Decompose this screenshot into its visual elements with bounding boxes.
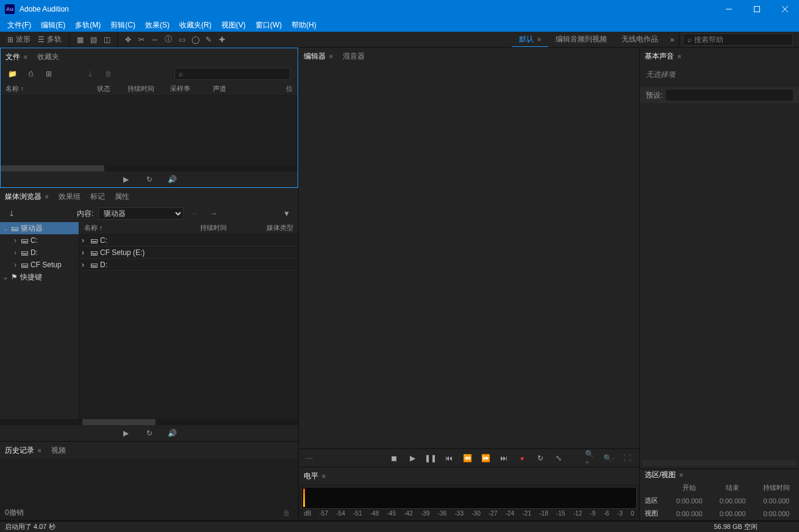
tab-effects-rack[interactable]: 效果组 [59, 192, 81, 202]
pause-button[interactable]: ❚❚ [425, 453, 436, 464]
tab-editor[interactable]: 编辑器≡ [304, 51, 333, 62]
zoom-full-icon[interactable]: ⛶ [622, 453, 632, 464]
media-header-duration[interactable]: 持续时间 [200, 223, 255, 232]
media-header-name[interactable]: 名称 ↑ [84, 223, 200, 232]
sel-start[interactable]: 0:00.000 [668, 495, 711, 506]
workspace-default[interactable]: 默认≡ [512, 32, 548, 47]
sel-end[interactable]: 0:00.000 [712, 495, 754, 506]
heal-icon[interactable]: ✚ [217, 35, 227, 45]
view-dur[interactable]: 0:00.000 [755, 508, 798, 519]
menu-file[interactable]: 文件(F) [2, 19, 36, 32]
back-icon[interactable]: ← [190, 209, 200, 218]
stop-button[interactable]: ◼ [389, 453, 400, 464]
loop-button[interactable]: ↻ [535, 453, 546, 464]
go-end-button[interactable]: ⏭ [498, 453, 509, 464]
rewind-button[interactable]: ⏪ [462, 453, 473, 464]
files-search[interactable]: ⌕ [174, 68, 290, 80]
tree-item-drives[interactable]: ⌄🖴驱动器 [0, 222, 79, 234]
razor-tool-icon[interactable]: ✂ [137, 35, 146, 45]
waveform-view-button[interactable]: ⊞波形 [4, 33, 34, 46]
move-tool-icon[interactable]: ✥ [123, 35, 133, 45]
go-start-button[interactable]: ⏮ [443, 453, 454, 464]
list-item[interactable]: ›🖴CF Setup (E:) [79, 246, 298, 259]
delete-icon[interactable]: 🗑 [104, 69, 113, 79]
workspace-audio-video[interactable]: 编辑音频到视频 [548, 32, 614, 47]
tab-video[interactable]: 视频 [51, 445, 66, 456]
tree-item-shortcuts[interactable]: ⌄⚑快捷键 [0, 271, 79, 283]
files-header-samplerate[interactable]: 采样率 [170, 84, 213, 93]
open-file-icon[interactable]: 📁 [7, 69, 17, 79]
files-header-status[interactable]: 状态 [97, 84, 127, 93]
autoplay-icon[interactable]: 🔊 [168, 174, 177, 184]
sel-dur[interactable]: 0:00.000 [755, 495, 798, 506]
multitrack-view-button[interactable]: ☰多轨 [34, 33, 65, 46]
tree-item-cf[interactable]: ›🖴CF Setup [0, 259, 79, 271]
editor-canvas[interactable] [299, 65, 639, 448]
menu-effects[interactable]: 效果(S) [140, 19, 174, 32]
content-select[interactable]: 驱动器 [98, 207, 184, 220]
files-header-channels[interactable]: 声道 [213, 84, 249, 93]
workspace-overflow-icon[interactable]: » [667, 35, 677, 45]
tab-mixer[interactable]: 混音器 [343, 51, 365, 62]
workspace-radio[interactable]: 无线电作品 [614, 32, 665, 47]
files-header-name[interactable]: 名称 ↑ [5, 84, 97, 93]
menu-window[interactable]: 窗口(W) [251, 19, 287, 32]
play-button[interactable]: ▶ [407, 453, 418, 464]
brush-icon[interactable]: ✎ [204, 35, 213, 45]
list-item[interactable]: ›🖴D: [79, 259, 298, 271]
preset-input[interactable] [666, 90, 793, 101]
help-search-input[interactable] [694, 35, 789, 44]
zoom-out-icon[interactable]: 🔍- [603, 453, 614, 464]
loop-icon[interactable]: ↻ [145, 174, 154, 184]
menu-favorites[interactable]: 收藏夹(R) [174, 19, 217, 32]
new-file-icon[interactable]: ⎙ [26, 69, 35, 79]
play-preview-icon[interactable]: ▶ [121, 174, 131, 184]
loop-icon[interactable]: ↻ [145, 428, 154, 438]
files-header-bit[interactable]: 位 [249, 84, 293, 93]
tab-favorites[interactable]: 收藏夹 [37, 52, 59, 62]
menu-clip[interactable]: 剪辑(C) [106, 19, 140, 32]
autoplay-icon[interactable]: 🔊 [168, 428, 177, 438]
record-button[interactable]: ● [517, 453, 528, 464]
list-item[interactable]: ›🖴C: [79, 234, 298, 246]
menu-view[interactable]: 视图(V) [217, 19, 251, 32]
spectral-freq-icon[interactable]: ▦ [75, 35, 85, 45]
help-search[interactable]: ⌕ [683, 34, 793, 46]
filter-icon[interactable]: ▼ [282, 209, 292, 218]
trash-icon[interactable]: 🗑 [282, 508, 292, 518]
new-multitrack-icon[interactable]: ⊞ [44, 69, 54, 79]
close-button[interactable] [771, 0, 799, 18]
tab-levels[interactable]: 电平≡ [304, 471, 326, 481]
files-scrollbar[interactable] [1, 165, 298, 171]
shortcut-icon[interactable]: ⤓ [7, 209, 16, 218]
minimize-button[interactable] [715, 0, 743, 18]
tab-files[interactable]: 文件≡ [5, 52, 27, 62]
tab-markers[interactable]: 标记 [90, 192, 105, 202]
right-scrollbar[interactable] [642, 460, 797, 466]
time-select-icon[interactable]: Ⓘ [163, 35, 173, 45]
tree-item-c[interactable]: ›🖴C: [0, 234, 79, 246]
tree-item-d[interactable]: ›🖴D: [0, 246, 79, 259]
menu-help[interactable]: 帮助(H) [287, 19, 321, 32]
tab-selection-view[interactable]: 选区/视图≡ [645, 470, 683, 480]
media-scrollbar[interactable] [0, 419, 298, 425]
marquee-icon[interactable]: ▭ [177, 35, 187, 45]
skip-selection-button[interactable]: ⤡ [553, 453, 564, 464]
ffwd-button[interactable]: ⏩ [480, 453, 491, 464]
play-preview-icon[interactable]: ▶ [121, 428, 131, 438]
menu-edit[interactable]: 编辑(E) [36, 19, 70, 32]
maximize-button[interactable] [743, 0, 771, 18]
spectral-pitch-icon[interactable]: ▤ [88, 35, 98, 45]
view-end[interactable]: 0:00.000 [712, 508, 754, 519]
tab-essential-sound[interactable]: 基本声音≡ [645, 51, 681, 62]
files-search-input[interactable] [183, 70, 286, 78]
tab-media-browser[interactable]: 媒体浏览器≡ [5, 192, 49, 202]
slip-tool-icon[interactable]: ↔ [150, 35, 160, 45]
insert-icon[interactable]: ⤓ [85, 69, 95, 79]
menu-multitrack[interactable]: 多轨(M) [70, 19, 106, 32]
forward-icon[interactable]: → [209, 209, 218, 218]
tab-properties[interactable]: 属性 [115, 192, 129, 202]
zoom-in-icon[interactable]: 🔍+ [585, 453, 596, 464]
view-start[interactable]: 0:00.000 [668, 508, 711, 519]
lasso-icon[interactable]: ◯ [190, 35, 200, 45]
